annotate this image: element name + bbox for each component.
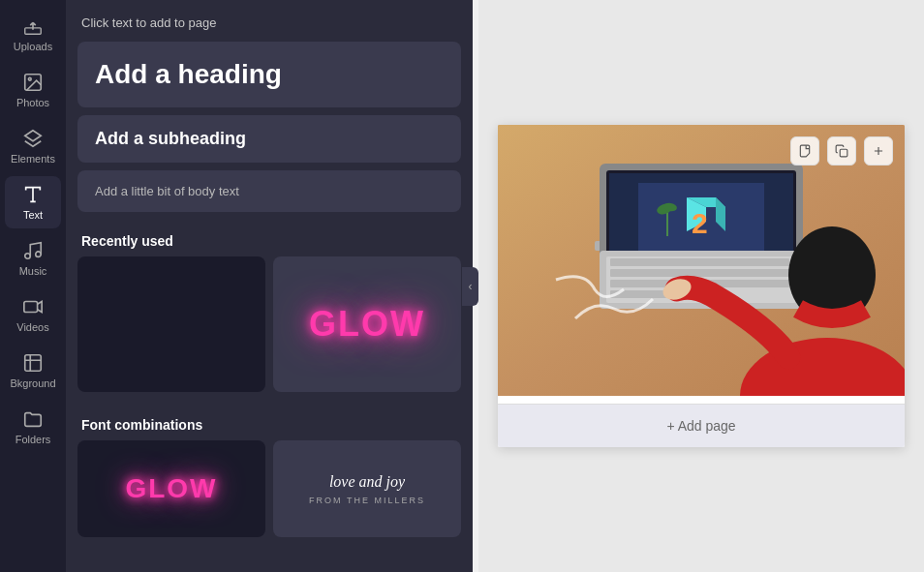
sidebar-item-text-label: Text	[23, 209, 43, 221]
upload-icon	[22, 15, 44, 37]
svg-point-4	[36, 252, 42, 257]
canvas-image: 2	[498, 125, 905, 396]
canvas-page: 2	[498, 125, 905, 447]
recently-used-label: Recently used	[66, 220, 473, 256]
sidebar-item-photos[interactable]: Photos	[5, 64, 61, 116]
folder-icon	[22, 408, 44, 430]
svg-rect-25	[610, 269, 789, 277]
svg-rect-6	[25, 355, 42, 372]
background-icon	[22, 352, 44, 374]
elements-icon	[22, 128, 44, 149]
sidebar-item-music[interactable]: Music	[5, 232, 61, 285]
page-tool-copy[interactable]	[827, 136, 856, 166]
love-and-joy-text: love and joy	[329, 472, 405, 493]
body-option[interactable]: Add a little bit of body text	[77, 170, 461, 212]
sidebar-item-uploads[interactable]: Uploads	[5, 8, 61, 60]
music-icon	[22, 240, 44, 261]
sidebar-item-photos-label: Photos	[16, 97, 49, 108]
page-tool-add[interactable]	[864, 136, 893, 166]
sidebar-item-folders[interactable]: Folders	[5, 401, 61, 453]
panel-toggle-button[interactable]: ‹	[462, 267, 478, 306]
font-combo-love-card[interactable]: love and joy FROM THE MILLERS	[273, 440, 461, 537]
glow-text-combo: GLOW	[125, 473, 217, 504]
sidebar-item-videos-label: Videos	[16, 321, 48, 333]
subheading-option[interactable]: Add a subheading	[77, 115, 461, 163]
svg-rect-5	[24, 302, 38, 313]
video-icon	[22, 296, 44, 317]
font-combinations-label: Font combinations	[66, 404, 473, 440]
svg-rect-7	[840, 149, 847, 157]
sidebar-item-text[interactable]: Text	[5, 176, 61, 228]
text-panel: Click text to add to page Add a heading …	[66, 0, 473, 572]
page-tool-notes[interactable]	[790, 136, 819, 166]
text-icon	[22, 184, 44, 205]
recently-used-dark-card[interactable]	[77, 256, 265, 392]
sidebar-item-background-label: Bkground	[10, 377, 55, 389]
font-combos-grid: GLOW love and joy FROM THE MILLERS	[66, 440, 473, 549]
sidebar-item-folders-label: Folders	[15, 434, 51, 445]
add-page-bar[interactable]: + Add page	[498, 404, 905, 447]
glow-text-recently: GLOW	[309, 304, 425, 345]
sidebar: Uploads Photos Elements Text Music	[0, 0, 66, 572]
svg-point-2	[28, 77, 31, 80]
sidebar-item-videos[interactable]: Videos	[5, 288, 61, 341]
heading-option[interactable]: Add a heading	[77, 42, 461, 107]
svg-text:2: 2	[692, 207, 708, 239]
love-subtext: FROM THE MILLERS	[309, 496, 425, 505]
sidebar-item-uploads-label: Uploads	[14, 41, 52, 52]
canvas-area: 2	[478, 0, 924, 572]
sidebar-item-elements-label: Elements	[11, 153, 55, 165]
page-toolbar	[790, 136, 893, 166]
svg-rect-24	[610, 258, 789, 266]
sidebar-item-music-label: Music	[19, 265, 47, 277]
sidebar-item-elements[interactable]: Elements	[5, 120, 61, 172]
photo-icon	[22, 72, 44, 93]
sidebar-item-background[interactable]: Bkground	[5, 345, 61, 397]
recently-used-grid: GLOW	[66, 256, 473, 404]
svg-point-3	[25, 254, 31, 259]
panel-header: Click text to add to page	[66, 0, 473, 42]
recently-used-glow-card[interactable]: GLOW	[273, 256, 461, 392]
canvas-scene-svg: 2	[498, 125, 905, 396]
font-combo-glow-card[interactable]: GLOW	[77, 440, 265, 537]
